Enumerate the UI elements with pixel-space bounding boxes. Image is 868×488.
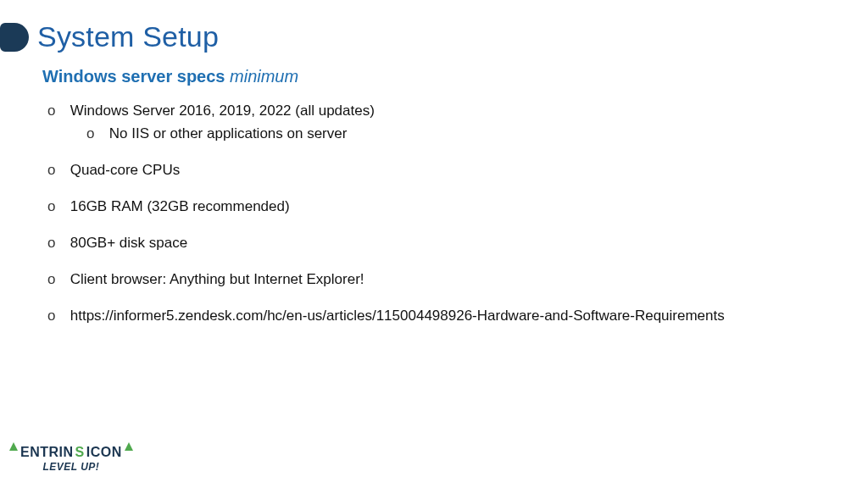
list-item-text: No IIS or other applications on server [109,125,348,144]
bullet-marker-icon: o [47,102,66,121]
bullet-marker-icon: o [47,307,66,326]
list-item: o Quad-core CPUs [47,161,826,180]
title-row: System Setup [0,20,826,53]
title-bullet-icon [0,23,29,52]
list-item-text: https://informer5.zendesk.com/hc/en-us/a… [70,307,725,326]
bullet-marker-icon: o [47,197,66,217]
subtitle-bold: Windows server specs [42,67,225,86]
bullet-list: o Windows Server 2016, 2019, 2022 (all u… [47,102,826,326]
arrow-up-icon [9,442,18,451]
slide-title: System Setup [37,20,219,53]
logo-wordmark: ENTRINSICON [8,445,134,460]
logo-part-3: ICON [86,445,122,460]
arrow-up-icon [125,442,133,451]
bullet-marker-icon: o [47,161,66,180]
sub-bullet-list: o No IIS or other applications on server [86,125,826,144]
list-item: o No IIS or other applications on server [86,125,826,144]
brand-logo: ENTRINSICON LEVEL UP! [8,445,134,473]
list-item-text: Quad-core CPUs [70,161,180,180]
list-item-text: 80GB+ disk space [70,234,187,253]
list-item-text: 16GB RAM (32GB recommended) [70,197,290,217]
list-item: o Windows Server 2016, 2019, 2022 (all u… [47,102,826,144]
list-item-text: Windows Server 2016, 2019, 2022 (all upd… [70,102,375,121]
bullet-marker-icon: o [47,270,66,290]
slide: System Setup Windows server specs minimu… [0,0,868,488]
logo-tagline: LEVEL UP! [8,461,134,473]
logo-part-1: ENTRIN [20,445,74,460]
logo-part-2: S [75,445,85,460]
list-item: o Client browser: Anything but Internet … [47,270,826,290]
list-item: o 80GB+ disk space [47,234,826,253]
list-item: o 16GB RAM (32GB recommended) [47,197,826,217]
slide-subtitle: Windows server specs minimum [42,67,826,86]
bullet-marker-icon: o [47,234,66,253]
bullet-marker-icon: o [86,125,105,144]
subtitle-italic: minimum [230,67,298,86]
list-item: o https://informer5.zendesk.com/hc/en-us… [47,307,826,326]
list-item-text: Client browser: Anything but Internet Ex… [70,270,364,290]
